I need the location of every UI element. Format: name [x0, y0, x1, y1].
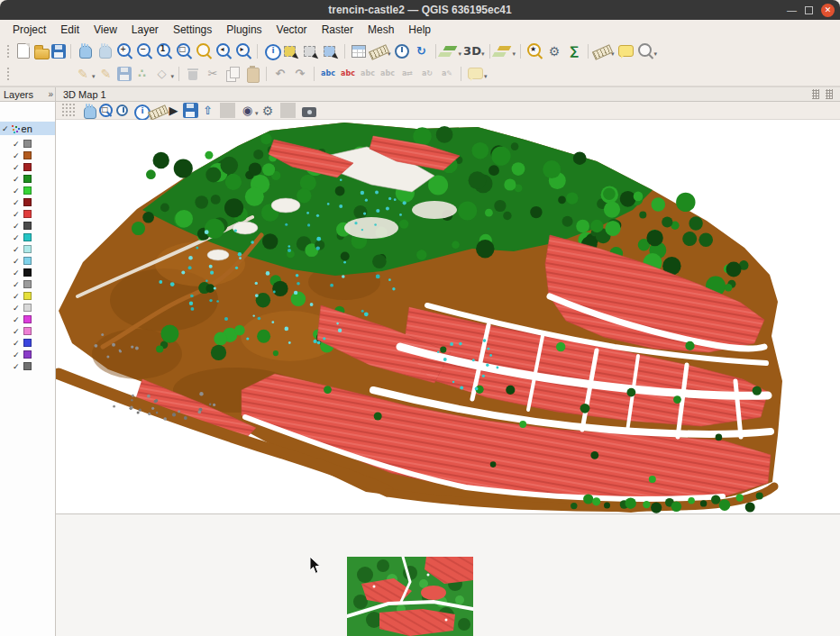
layer-visibility-checkbox[interactable]: ✓ [13, 362, 20, 371]
zoom-native-button[interactable]: 1 [155, 42, 173, 60]
new-3d-map-view-button[interactable]: 3D [463, 42, 481, 60]
undo-button[interactable]: ↶ [271, 65, 289, 83]
layer-visibility-checkbox[interactable]: ✓ [13, 222, 20, 231]
layer-visibility-checkbox[interactable]: ✓ [13, 151, 20, 160]
screenshot-button[interactable] [300, 103, 315, 118]
layer-class-item[interactable]: ✓ [13, 267, 55, 278]
panel-grip-icon[interactable] [826, 89, 833, 99]
camera-control-button[interactable] [80, 103, 96, 118]
layer-class-item[interactable]: ✓ [13, 185, 55, 196]
layer-visibility-checkbox[interactable]: ✓ [13, 233, 20, 242]
tab-3d-map-1[interactable]: 3D Map 1 [56, 89, 114, 100]
layer-class-item[interactable]: ✓ [13, 220, 55, 232]
open-project-button[interactable] [34, 49, 50, 59]
layer-visibility-checkbox[interactable]: ✓ [13, 175, 20, 184]
layer-visibility-checkbox[interactable]: ✓ [13, 268, 20, 277]
toggle-editing-button[interactable] [97, 65, 115, 83]
menu-settings[interactable]: Settings [166, 20, 219, 41]
pan-map-button[interactable] [76, 42, 94, 60]
new-map-view-button[interactable] [441, 42, 459, 60]
deselect-features-button[interactable] [302, 42, 320, 60]
layer-visibility-checkbox[interactable]: ✓ [13, 292, 20, 301]
scene-configuration-button[interactable] [260, 103, 276, 118]
diagram-options-button[interactable] [466, 65, 484, 83]
pan-to-selection-button[interactable] [96, 42, 114, 60]
statistical-summary-button[interactable]: ∑ [565, 42, 583, 60]
measure-tools-button[interactable] [593, 42, 611, 60]
layer-visibility-checkbox[interactable]: ✓ [13, 304, 20, 313]
measure-line-3d-button[interactable] [149, 103, 164, 118]
layers-panel-overflow-button[interactable]: » [48, 89, 53, 99]
layer-visibility-checkbox[interactable]: ✓ [13, 350, 20, 359]
layer-visibility-checkbox[interactable]: ✓ [13, 339, 20, 348]
magnifier-zoom-button[interactable] [636, 42, 654, 60]
zoom-full-3d-button[interactable]: □ [97, 103, 113, 118]
layer-class-item[interactable]: ✓ [13, 349, 55, 360]
layer-visibility-checkbox[interactable]: ✓ [13, 280, 20, 289]
menu-view[interactable]: View [87, 20, 124, 41]
layer-class-item[interactable]: ✓ [13, 302, 55, 313]
close-button[interactable]: ✕ [821, 4, 835, 17]
layer-visibility-checkbox[interactable]: ✓ [13, 327, 20, 336]
layer-visibility-checkbox[interactable]: ✓ [13, 186, 20, 195]
play-animation-button[interactable]: ▶ [166, 103, 181, 118]
layer-visibility-checkbox[interactable]: ✓ [13, 315, 20, 324]
zoom-out-button[interactable]: − [135, 42, 153, 60]
zoom-next-button[interactable]: ▸ [234, 42, 252, 60]
layer-visibility-checkbox[interactable]: ✓ [13, 210, 20, 219]
change-label-button[interactable]: a✎ [438, 65, 456, 83]
camera-view-button[interactable]: ◉ [240, 103, 255, 118]
save-image-button[interactable] [183, 103, 198, 118]
cut-features-button[interactable]: ✂ [204, 65, 222, 83]
pin-labels-button[interactable]: abc [359, 65, 377, 83]
add-feature-button[interactable]: ∴ [133, 65, 151, 83]
layer-class-item[interactable]: ✓ [13, 243, 55, 255]
paste-features-button[interactable] [243, 65, 261, 83]
layer-class-item[interactable]: ✓ [13, 138, 55, 150]
select-features-button[interactable] [282, 42, 300, 60]
layer-visibility-checkbox[interactable]: ✓ [13, 140, 20, 149]
zoom-in-button[interactable]: + [115, 42, 133, 60]
new-project-button[interactable] [17, 43, 30, 59]
layer-class-item[interactable]: ✓ [13, 337, 55, 349]
zoom-last-button[interactable]: ◂ [215, 42, 233, 60]
layer-class-item[interactable]: ✓ [13, 313, 55, 325]
select-by-expression-button[interactable] [322, 42, 340, 60]
layer-visibility-checkbox[interactable]: ✓ [13, 245, 20, 254]
menu-layer[interactable]: Layer [124, 20, 166, 41]
layer-class-item[interactable]: ✓ [13, 208, 55, 220]
export-scene-button[interactable]: ⇧ [200, 103, 215, 118]
animations-button[interactable] [114, 103, 130, 118]
map-canvas[interactable] [56, 513, 840, 636]
locator-search-button[interactable]: ★ [525, 42, 543, 60]
layer-class-item[interactable]: ✓ [13, 232, 55, 243]
temporal-controller-button[interactable] [393, 42, 411, 60]
vertex-tool-button[interactable]: ◇ [153, 65, 171, 83]
identify-features-button[interactable] [262, 42, 280, 60]
layer-class-item[interactable]: ✓ [13, 150, 55, 161]
layer-class-item[interactable]: ✓ [13, 278, 55, 290]
highlight-labels-button[interactable]: abc [379, 65, 397, 83]
layer-labeling-single-button[interactable]: abc [339, 65, 357, 83]
processing-toolbox-button[interactable] [545, 42, 563, 60]
measure-line-button[interactable] [370, 42, 388, 60]
menu-project[interactable]: Project [5, 20, 53, 41]
map-tips-button[interactable] [616, 42, 635, 60]
layer-class-item[interactable]: ✓ [13, 161, 55, 173]
save-layer-edits-button[interactable] [117, 67, 132, 81]
copy-features-button[interactable] [224, 65, 242, 83]
layer-class-item[interactable]: ✓ [13, 360, 55, 372]
layer-item-root[interactable]: ✓ en [0, 122, 55, 135]
menu-edit[interactable]: Edit [53, 20, 87, 41]
zoom-full-button[interactable]: □ [175, 42, 193, 60]
layer-class-item[interactable]: ✓ [13, 196, 55, 208]
delete-selected-button[interactable] [184, 65, 202, 83]
rotate-label-button[interactable]: a↻ [418, 65, 436, 83]
add-layer-button[interactable] [495, 42, 513, 60]
layer-class-item[interactable]: ✓ [13, 173, 55, 185]
3d-viewport[interactable] [56, 120, 840, 513]
zoom-to-selection-button[interactable] [195, 42, 213, 60]
menu-vector[interactable]: Vector [269, 20, 315, 41]
title-bar[interactable]: trencin-castle2 — QGIS 636195ec41 — ✕ [0, 0, 840, 20]
identify-3d-button[interactable] [132, 103, 147, 118]
